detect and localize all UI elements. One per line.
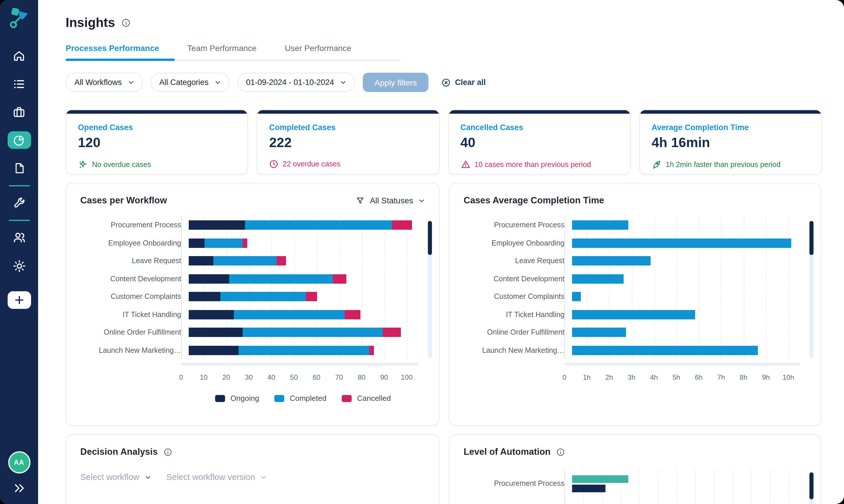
sidebar-item-teams[interactable] <box>7 229 31 246</box>
sidebar-item-documents[interactable] <box>7 159 31 177</box>
gear-icon <box>12 259 26 273</box>
cases-average-completion-time-card: Cases Average Completion Time Procuremen… <box>449 183 821 426</box>
x-axis-tick: 80 <box>358 373 366 381</box>
sidebar-item-cases-list[interactable] <box>7 75 31 93</box>
select-workflow-version-dropdown[interactable]: Select workflow version <box>166 472 267 482</box>
bar-segment-ongoing <box>189 310 234 319</box>
sidebar-item-tools[interactable] <box>7 194 31 212</box>
legend-label: Completed <box>289 394 326 402</box>
bar-segment-completed <box>245 221 392 230</box>
chart-row-label: Leave Request <box>80 257 189 265</box>
bar-segment-hours <box>572 310 695 319</box>
chart-row: Customer Complaints <box>464 288 807 306</box>
bar-segment-ongoing <box>189 292 220 302</box>
bar-segment-completed <box>204 238 243 248</box>
pie-chart-icon <box>12 133 26 147</box>
horizontal-scrollbar[interactable] <box>564 363 800 366</box>
people-icon <box>12 230 26 245</box>
bar-segment-hours <box>572 346 758 355</box>
tab-team-performance[interactable]: Team Performance <box>187 43 257 53</box>
select-workflow-version-placeholder: Select workflow version <box>166 472 255 482</box>
x-axis-tick: 70 <box>335 373 343 381</box>
bar-segment-completed <box>238 346 369 355</box>
info-icon[interactable] <box>557 447 565 456</box>
apply-filters-button[interactable]: Apply filters <box>363 73 429 92</box>
legend-swatch <box>342 395 352 402</box>
scrollbar-thumb[interactable] <box>428 221 432 255</box>
kpi-value: 120 <box>78 135 236 150</box>
chart-row: IT Ticket Handling <box>464 306 807 324</box>
x-axis-tick: 8h <box>740 373 748 381</box>
chart-row-label: Customer Complaints <box>80 293 189 301</box>
legend-label: Cancelled <box>357 394 391 402</box>
scrollbar-thumb[interactable] <box>809 221 813 255</box>
bar-segment-ongoing <box>189 346 238 355</box>
chart-row-label: Employee Onboarding <box>464 239 572 247</box>
info-icon[interactable] <box>163 447 172 456</box>
legend-swatch <box>274 395 284 402</box>
sidebar-item-settings[interactable] <box>7 257 31 275</box>
briefcase-icon <box>12 105 26 119</box>
scrollbar-thumb[interactable] <box>809 472 813 499</box>
sidebar-item-workspace[interactable] <box>7 103 31 121</box>
statuses-filter-dropdown[interactable]: All Statuses <box>356 196 425 205</box>
sidebar-expand-button[interactable] <box>13 483 25 496</box>
kpi-status-text: 1h 2min faster than previous period <box>666 160 781 168</box>
plus-icon <box>14 295 24 305</box>
double-chevron-right-icon <box>13 483 25 493</box>
sidebar-item-home[interactable] <box>7 47 31 65</box>
cases-average-completion-time-chart: Procurement ProcessEmployee OnboardingLe… <box>464 216 807 382</box>
clear-all-button[interactable]: Clear all <box>442 78 486 87</box>
select-workflow-dropdown[interactable]: Select workflow <box>80 472 151 482</box>
horizontal-scrollbar[interactable] <box>181 363 418 366</box>
workflows-filter-dropdown[interactable]: All Workflows <box>66 73 143 92</box>
filter-bar: All Workflows All Categories 01-09-2024 … <box>66 73 822 92</box>
bar-segment-cancelled <box>383 328 401 337</box>
chevron-down-icon <box>144 474 151 480</box>
sidebar-divider <box>8 220 30 221</box>
bar-segment-cancelled <box>369 346 374 355</box>
x-axis: 01h2h3h4h5h6h7h8h9h10h <box>564 373 788 382</box>
tab-processes-performance[interactable]: Processes Performance <box>66 43 159 53</box>
clear-all-label: Clear all <box>455 78 486 87</box>
user-avatar[interactable]: AA <box>8 451 30 473</box>
charts-row: Cases per Workflow All Statuses Procurem… <box>66 183 822 426</box>
chart-row-label: Launch New Marketing… <box>80 346 189 355</box>
chart-row-label: Online Order Fulfillment <box>80 328 189 337</box>
date-range-filter-dropdown[interactable]: 01-09-2024 - 01-10-2024 <box>237 73 355 92</box>
legend-item: Cancelled <box>342 394 391 402</box>
sidebar: AA <box>0 0 38 504</box>
home-icon <box>12 49 26 62</box>
bottom-row: Decision Analysis Select workflow Select… <box>66 434 822 504</box>
x-axis-tick: 1h <box>583 373 591 381</box>
info-icon[interactable] <box>122 18 131 28</box>
vertical-scrollbar[interactable] <box>809 472 813 504</box>
vertical-scrollbar[interactable] <box>428 221 432 358</box>
categories-filter-dropdown[interactable]: All Categories <box>151 73 230 92</box>
chart-row-label: Customer Complaints <box>464 293 572 301</box>
x-axis: 0102030405060708090100 <box>181 373 407 382</box>
tab-user-performance[interactable]: User Performance <box>285 43 352 53</box>
x-axis-tick: 50 <box>290 373 298 381</box>
chart-row-label: Online Order Fulfillment <box>464 328 572 337</box>
kpi-status: No overdue cases <box>78 159 236 169</box>
create-new-button[interactable] <box>7 291 31 309</box>
kpi-row: Opened Cases 120 No overdue cases Comple… <box>66 110 822 175</box>
bar-manual <box>572 484 606 492</box>
chart-row-label: IT Ticket Handling <box>80 311 189 319</box>
chart-row-label: Procurement Process <box>464 480 572 488</box>
vertical-scrollbar[interactable] <box>809 221 813 358</box>
cases-per-workflow-card: Cases per Workflow All Statuses Procurem… <box>66 183 439 426</box>
kpi-status: 22 overdue cases <box>269 159 427 169</box>
chart-row: Employee Onboarding <box>80 234 425 252</box>
chart-row-label: Leave Request <box>464 257 572 265</box>
sidebar-divider <box>8 185 30 186</box>
x-axis-tick: 40 <box>268 373 275 381</box>
kpi-title: Cancelled Cases <box>461 123 618 132</box>
list-icon <box>12 77 26 91</box>
bar-segment-cancelled <box>306 292 317 302</box>
sidebar-item-insights[interactable] <box>7 131 31 149</box>
chart-row-label: Employee Onboarding <box>80 239 189 247</box>
chart-row: Procurement Process <box>80 216 425 234</box>
bar-segment-hours <box>572 328 626 337</box>
